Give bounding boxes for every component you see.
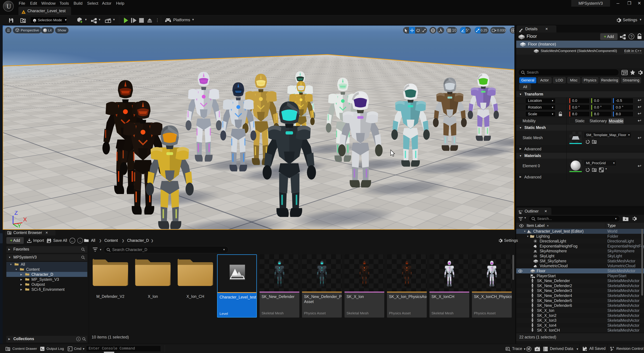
svg-text:Z: Z (14, 211, 18, 216)
svg-text:U: U (6, 3, 11, 10)
svg-text:X: X (23, 216, 27, 222)
svg-text:Y: Y (18, 222, 21, 228)
